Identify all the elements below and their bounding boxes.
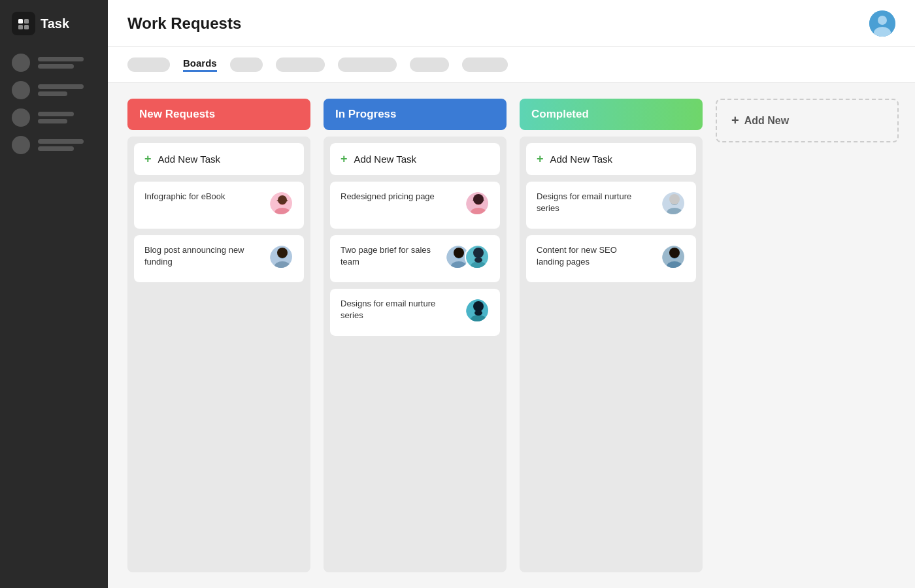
tab-pill-4[interactable] xyxy=(338,57,397,72)
task-text: Content for new SEO landing pages xyxy=(537,244,641,268)
sidebar-item-3[interactable] xyxy=(12,108,96,127)
column-body-new-requests: + Add New Task Infographic for eBook xyxy=(127,137,310,572)
avatar xyxy=(269,244,293,269)
task-avatars xyxy=(445,244,490,269)
user-avatar[interactable] xyxy=(869,10,895,37)
svg-rect-2 xyxy=(18,25,23,29)
page-title: Work Requests xyxy=(127,14,241,33)
sidebar-item-2[interactable] xyxy=(12,81,96,99)
avatar xyxy=(661,244,686,269)
svg-point-36 xyxy=(669,194,680,204)
svg-point-14 xyxy=(277,248,288,258)
tab-pill-6[interactable] xyxy=(462,57,508,72)
plus-icon: + xyxy=(341,152,348,166)
task-card[interactable]: Two page brief for sales team xyxy=(330,235,500,282)
sidebar-line xyxy=(38,112,74,116)
main-content: Work Requests Boards New Requests + xyxy=(108,0,915,588)
sidebar-line xyxy=(38,119,67,123)
sidebar-avatar-1 xyxy=(12,54,30,72)
avatar xyxy=(465,244,490,269)
column-header-in-progress: In Progress xyxy=(324,99,507,130)
svg-point-32 xyxy=(474,310,482,316)
task-text: Blog post announcing new funding xyxy=(144,244,249,268)
tab-boards[interactable]: Boards xyxy=(183,57,217,72)
add-task-button-in-progress[interactable]: + Add New Task xyxy=(330,143,500,175)
task-card[interactable]: Content for new SEO landing pages xyxy=(526,235,696,282)
sidebar-item-1[interactable] xyxy=(12,54,96,72)
column-in-progress: In Progress + Add New Task Redesigned pr… xyxy=(324,99,507,572)
sidebar-avatar-3 xyxy=(12,108,30,127)
task-avatars xyxy=(661,244,686,269)
svg-point-26 xyxy=(473,248,484,258)
add-column-button[interactable]: + Add New xyxy=(716,99,899,142)
task-avatars xyxy=(465,191,490,216)
column-completed: Completed + Add New Task Designs for ema… xyxy=(520,99,703,572)
sidebar-line xyxy=(38,91,67,96)
sidebar-line xyxy=(38,84,84,89)
svg-point-22 xyxy=(454,248,464,258)
board-area: New Requests + Add New Task Infographic … xyxy=(108,83,915,588)
svg-rect-1 xyxy=(24,19,29,24)
svg-point-31 xyxy=(473,301,484,312)
add-task-button-completed[interactable]: + Add New Task xyxy=(526,143,696,175)
task-avatars xyxy=(465,298,490,323)
task-avatars xyxy=(269,244,293,269)
sidebar-line xyxy=(38,139,84,144)
task-text: Infographic for eBook xyxy=(144,191,225,203)
task-card[interactable]: Designs for email nurture series xyxy=(526,182,696,229)
plus-icon: + xyxy=(537,152,544,166)
task-avatars xyxy=(269,191,293,216)
task-text: Designs for email nurture series xyxy=(341,298,445,321)
task-avatars xyxy=(661,191,686,216)
page-header: Work Requests xyxy=(108,0,915,47)
column-body-in-progress: + Add New Task Redesigned pricing page xyxy=(324,137,507,572)
add-column-label: Add New xyxy=(744,115,789,127)
column-body-completed: + Add New Task Designs for email nurture… xyxy=(520,137,703,572)
sidebar: Task xyxy=(0,0,108,588)
sidebar-item-4[interactable] xyxy=(12,136,96,154)
task-text: Two page brief for sales team xyxy=(341,244,445,268)
task-text: Designs for email nurture series xyxy=(537,191,641,214)
add-column-plus-icon: + xyxy=(731,113,739,128)
sidebar-navigation xyxy=(0,54,108,154)
svg-rect-0 xyxy=(18,19,23,24)
sidebar-avatar-2 xyxy=(12,81,30,99)
svg-point-5 xyxy=(878,16,887,25)
app-logo: Task xyxy=(0,12,108,54)
avatar xyxy=(465,191,490,216)
column-new-requests: New Requests + Add New Task Infographic … xyxy=(127,99,310,572)
tab-bar: Boards xyxy=(108,47,915,83)
tab-pill-5[interactable] xyxy=(410,57,449,72)
avatar xyxy=(465,298,490,323)
task-card[interactable]: Designs for email nurture series xyxy=(330,289,500,336)
column-header-completed: Completed xyxy=(520,99,703,130)
tab-pill-1[interactable] xyxy=(127,57,170,72)
avatar xyxy=(661,191,686,216)
task-text: Redesigned pricing page xyxy=(341,191,435,203)
sidebar-avatar-4 xyxy=(12,136,30,154)
task-card[interactable]: Infographic for eBook xyxy=(134,182,304,229)
task-card[interactable]: Blog post announcing new funding xyxy=(134,235,304,282)
app-name: Task xyxy=(41,16,69,31)
avatar xyxy=(269,191,293,216)
svg-point-27 xyxy=(474,257,482,263)
plus-icon: + xyxy=(144,152,152,166)
svg-point-40 xyxy=(669,248,680,258)
logo-icon xyxy=(12,12,35,35)
sidebar-line xyxy=(38,64,74,69)
svg-rect-3 xyxy=(24,25,29,29)
add-task-button-new-requests[interactable]: + Add New Task xyxy=(134,143,304,175)
tab-pill-3[interactable] xyxy=(276,57,325,72)
column-header-new-requests: New Requests xyxy=(127,99,310,130)
sidebar-line xyxy=(38,146,74,151)
tab-pill-2[interactable] xyxy=(230,57,263,72)
sidebar-line xyxy=(38,57,84,61)
task-card[interactable]: Redesigned pricing page xyxy=(330,182,500,229)
